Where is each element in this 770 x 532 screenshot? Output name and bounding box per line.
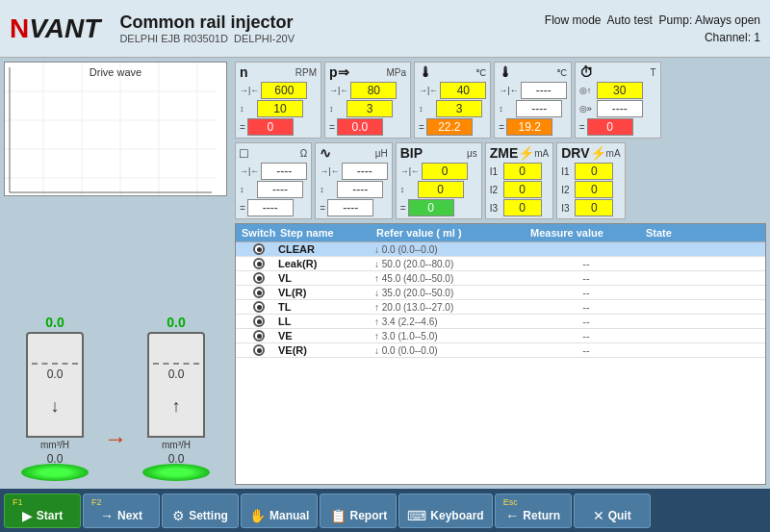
ctrl-p-input-1[interactable] bbox=[350, 82, 397, 99]
quit-button[interactable]: ✕ Quit bbox=[574, 494, 651, 528]
ctrl-n-input-2[interactable] bbox=[257, 100, 303, 117]
setting-button[interactable]: ⚙ Setting bbox=[162, 494, 239, 528]
manual-btn-content: ✋ Manual bbox=[249, 508, 309, 523]
ctrl-resistance-input-3[interactable] bbox=[247, 199, 294, 216]
next-icon: → bbox=[100, 508, 114, 523]
setting-label: Setting bbox=[189, 509, 228, 522]
ctrl-temp2-input-2[interactable] bbox=[516, 100, 562, 117]
radio-btn[interactable] bbox=[253, 243, 265, 255]
cylinder-1-body: 0.0 ↓ bbox=[26, 332, 84, 438]
ctrl-p-input-3[interactable] bbox=[337, 118, 383, 136]
table-row[interactable]: LL ↑ 3.4 (2.2--4.6) -- bbox=[236, 315, 765, 329]
ctrl-zme-input-1[interactable] bbox=[503, 163, 542, 180]
return-button[interactable]: Esc ← Return bbox=[495, 494, 572, 528]
ctrl-temp2: 🌡 ℃ →|← ↕ = bbox=[494, 62, 571, 139]
col-switch: Switch bbox=[240, 226, 278, 240]
ctrl-zme: ZME⚡ mA I1 I2 I3 bbox=[485, 142, 554, 219]
table-row[interactable]: VL ↑ 45.0 (40.0--50.0) -- bbox=[236, 271, 765, 286]
radio-btn[interactable] bbox=[253, 272, 265, 284]
pump-label: Pump: Always open bbox=[659, 13, 760, 27]
cylinder-2-inner: 0.0 bbox=[149, 367, 203, 381]
table-row[interactable]: TL ↑ 20.0 (13.0--27.0) -- bbox=[236, 300, 765, 315]
ctrl-timer-input-3[interactable] bbox=[587, 118, 633, 136]
row-7-switch[interactable] bbox=[240, 344, 278, 356]
ctrl-timer-arrow-2: ◎» bbox=[579, 104, 595, 114]
ctrl-temp1-input-1[interactable] bbox=[440, 82, 486, 99]
row-3-switch[interactable] bbox=[240, 287, 278, 298]
manual-button[interactable]: ✋ Manual bbox=[241, 494, 318, 528]
row-7-name: VE(R) bbox=[278, 344, 374, 356]
left-panel: Drive wave 0.0 bbox=[0, 58, 231, 489]
table-row[interactable]: VE(R) ↓ 0.0 (0.0--0.0) -- bbox=[236, 343, 765, 358]
ctrl-inductance-input-1[interactable] bbox=[342, 163, 388, 180]
row-5-switch[interactable] bbox=[240, 316, 278, 327]
radio-btn[interactable] bbox=[253, 301, 265, 313]
row-3-name: VL(R) bbox=[278, 287, 374, 298]
col-state: State bbox=[644, 226, 721, 240]
right-panel: n RPM →|← ↕ = p⇒ bbox=[231, 58, 770, 489]
row-3-measure: -- bbox=[528, 287, 644, 298]
ctrl-bip-input-1[interactable] bbox=[422, 163, 468, 180]
drive-wave-box: Drive wave bbox=[4, 62, 227, 196]
table-row[interactable]: VL(R) ↓ 35.0 (20.0--50.0) -- bbox=[236, 286, 765, 300]
ctrl-temp2-input-3[interactable] bbox=[506, 118, 552, 136]
start-button[interactable]: F1 ▶ Start bbox=[4, 494, 81, 528]
ctrl-inductance-input-2[interactable] bbox=[337, 181, 383, 198]
cylinder-1-arrow: ↓ bbox=[28, 396, 82, 417]
ctrl-timer-input-2[interactable] bbox=[597, 100, 643, 117]
ctrl-n-input-3[interactable] bbox=[247, 118, 294, 136]
ctrl-drv-input-2[interactable] bbox=[575, 181, 613, 198]
ctrl-temp1-input-3[interactable] bbox=[426, 118, 473, 136]
ctrl-drv-input-3[interactable] bbox=[575, 199, 613, 216]
row-2-measure: -- bbox=[528, 272, 644, 284]
ctrl-inductance-symbol: ∿ bbox=[320, 145, 331, 161]
quit-btn-content: ✕ Quit bbox=[593, 508, 631, 523]
ctrl-temp2-unit: ℃ bbox=[556, 67, 567, 78]
table-row[interactable]: VE ↑ 3.0 (1.0--5.0) -- bbox=[236, 329, 765, 343]
ctrl-timer-input-1[interactable] bbox=[597, 82, 643, 99]
header-info: Flow mode Auto test Pump: Always open Ch… bbox=[545, 12, 760, 46]
ctrl-bip-input-2[interactable] bbox=[418, 181, 464, 198]
radio-btn[interactable] bbox=[253, 258, 265, 269]
ctrl-n-input-1[interactable] bbox=[261, 82, 307, 99]
ctrl-resistance-input-2[interactable] bbox=[257, 181, 303, 198]
col-step: Step name bbox=[278, 226, 374, 240]
table-row[interactable]: CLEAR ↓ 0.0 (0.0--0.0) bbox=[236, 242, 765, 257]
ctrl-p-field-1: →|← bbox=[329, 82, 406, 99]
ctrl-temp1-input-2[interactable] bbox=[436, 100, 482, 117]
ctrl-drv-unit: mA bbox=[606, 148, 621, 159]
ctrl-zme-input-3[interactable] bbox=[503, 199, 542, 216]
quit-label: Quit bbox=[608, 509, 631, 522]
keyboard-label: Keyboard bbox=[430, 509, 483, 522]
next-key-label: F2 bbox=[91, 497, 151, 507]
row-1-switch[interactable] bbox=[240, 258, 278, 269]
return-key-label: Esc bbox=[503, 497, 563, 507]
ctrl-temp2-field-1: →|← bbox=[499, 82, 566, 99]
radio-btn[interactable] bbox=[253, 344, 265, 356]
row-4-switch[interactable] bbox=[240, 301, 278, 313]
ctrl-temp1-eq: = bbox=[419, 122, 424, 133]
radio-btn[interactable] bbox=[253, 316, 265, 327]
ctrl-bip-field-1: →|← bbox=[400, 163, 477, 180]
ctrl-bip-input-3[interactable] bbox=[408, 199, 454, 216]
ctrl-resistance-input-1[interactable] bbox=[261, 163, 307, 180]
row-0-switch[interactable] bbox=[240, 243, 278, 255]
row-2-switch[interactable] bbox=[240, 272, 278, 284]
report-label: Report bbox=[350, 509, 388, 522]
ctrl-p-input-2[interactable] bbox=[346, 100, 393, 117]
radio-btn[interactable] bbox=[253, 330, 265, 342]
ctrl-zme-input-2[interactable] bbox=[503, 181, 542, 198]
ctrl-drv-input-1[interactable] bbox=[575, 163, 613, 180]
radio-btn[interactable] bbox=[253, 287, 265, 298]
next-button[interactable]: F2 → Next bbox=[83, 494, 160, 528]
ctrl-inductance-field-3: = bbox=[320, 199, 387, 216]
row-7-measure: -- bbox=[528, 344, 644, 356]
ctrl-inductance-input-3[interactable] bbox=[327, 199, 373, 216]
ctrl-temp2-input-1[interactable] bbox=[521, 82, 567, 99]
row-0-refer: ↓ 0.0 (0.0--0.0) bbox=[374, 244, 528, 255]
report-button[interactable]: 📋 Report bbox=[320, 494, 397, 528]
ctrl-inductance: ∿ μH →|← ↕ = bbox=[315, 142, 392, 219]
row-6-switch[interactable] bbox=[240, 330, 278, 342]
keyboard-button[interactable]: ⌨ Keyboard bbox=[398, 494, 492, 528]
table-row[interactable]: Leak(R) ↓ 50.0 (20.0--80.0) -- bbox=[236, 257, 765, 271]
